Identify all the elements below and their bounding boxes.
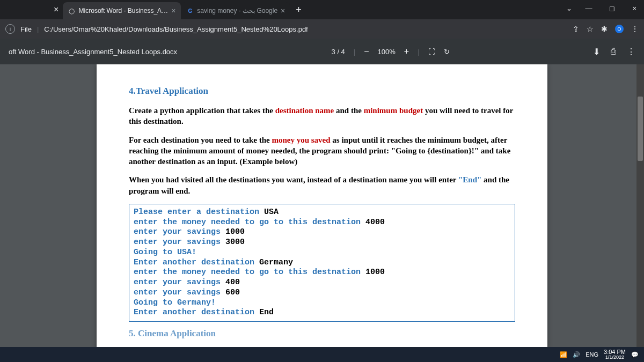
prompt: Enter another destination — [134, 258, 259, 267]
output-line: Going to Germany! — [134, 298, 216, 307]
window-minimize[interactable]: — — [581, 2, 596, 14]
close-icon[interactable]: × — [54, 5, 58, 14]
wifi-icon[interactable]: 📶 — [560, 351, 567, 358]
print-icon[interactable]: ⎙ — [611, 47, 616, 56]
window-close[interactable]: × — [628, 2, 641, 14]
tab-close-icon[interactable]: × — [281, 6, 285, 15]
tab-label: saving money - بحث Google — [197, 7, 277, 14]
language-indicator[interactable]: ENG — [586, 351, 598, 358]
prompt: enter the money needed to go to this des… — [134, 218, 365, 227]
console-output: Please enter a destination USA enter the… — [129, 204, 515, 322]
paragraph: Create a python application that takes t… — [129, 105, 515, 127]
new-tab-button[interactable]: + — [296, 4, 302, 16]
prompt: enter your savings — [134, 238, 225, 247]
zoom-in-button[interactable]: + — [404, 47, 409, 56]
text: When you had visited all the destination… — [129, 175, 458, 184]
url-scheme: File — [20, 25, 32, 33]
prompt: enter your savings — [134, 288, 225, 297]
input-value: 4000 — [365, 218, 385, 227]
menu-icon[interactable]: ⋮ — [631, 25, 639, 33]
scrollbar[interactable] — [636, 64, 644, 362]
page-indicator[interactable]: 3 / 4 — [332, 48, 345, 56]
google-icon: G — [186, 7, 194, 14]
input-value: End — [259, 308, 274, 317]
section-heading: 4.Travel Application — [129, 86, 515, 97]
more-icon[interactable]: ⋮ — [627, 47, 635, 57]
chrome-pdf-icon: ◯ — [68, 7, 75, 14]
prompt: Please enter a destination — [134, 208, 264, 217]
prompt: enter your savings — [134, 278, 225, 287]
profile-badge[interactable]: O — [615, 25, 624, 33]
tab-google-search[interactable]: G saving money - بحث Google × — [181, 2, 290, 19]
input-value: 1000 — [365, 268, 385, 277]
input-value: Germany — [259, 258, 293, 267]
tab-strip: × ◯ Microsoft Word - Business_Assig × G … — [0, 0, 644, 19]
prompt: enter the money needed to go to this des… — [134, 268, 365, 277]
zoom-level: 100% — [378, 48, 396, 56]
notifications-icon[interactable]: 💬 — [631, 351, 639, 358]
highlight-text: money you saved — [272, 136, 332, 144]
url-path[interactable]: C:/Users/Omar%20Khaled/Downloads/Busines… — [44, 25, 567, 33]
clock-date: 1/1/2022 — [604, 355, 626, 360]
share-icon[interactable]: ⇪ — [573, 25, 579, 33]
output-line: Going to USA! — [134, 248, 196, 257]
pdf-document-title: oft Word - Business_Assignment5_Nested L… — [9, 48, 188, 56]
bookmark-star-icon[interactable]: ☆ — [587, 25, 594, 33]
section-heading: 5. Cinema Application — [129, 328, 515, 339]
input-value: 1000 — [225, 227, 245, 237]
tab-close-icon[interactable]: × — [171, 6, 175, 15]
text: For each destination you need to take th… — [129, 136, 272, 144]
input-value: 400 — [225, 278, 240, 287]
site-info-icon[interactable]: i — [5, 24, 15, 34]
pdf-viewer: 4.Travel Application Create a python app… — [0, 64, 644, 362]
fit-page-icon[interactable]: ⛶ — [428, 48, 435, 56]
window-chevron-icon[interactable]: ⌄ — [566, 4, 572, 12]
pdf-page: 4.Travel Application Create a python app… — [97, 64, 547, 362]
sound-icon[interactable]: 🔊 — [573, 351, 580, 358]
input-value: 600 — [225, 288, 240, 297]
highlight-text: destination name — [275, 106, 336, 115]
paragraph: When you had visited all the destination… — [129, 174, 515, 196]
download-icon[interactable]: ⬇ — [593, 47, 600, 57]
window-maximize[interactable]: ◻ — [605, 2, 619, 14]
pdf-toolbar: oft Word - Business_Assignment5_Nested L… — [0, 39, 644, 64]
input-value: USA — [264, 208, 279, 217]
text: Create a python application that takes t… — [129, 106, 275, 115]
tab-label: Microsoft Word - Business_Assig — [79, 7, 169, 14]
paragraph: For each destination you need to take th… — [129, 135, 515, 167]
taskbar: 📶 🔊 ENG 3:04 PM 1/1/2022 💬 — [0, 347, 644, 362]
text: and the — [336, 106, 364, 115]
url-separator: | — [37, 25, 39, 33]
prompt: Enter another destination — [134, 308, 259, 317]
address-bar: i File | C:/Users/Omar%20Khaled/Download… — [0, 19, 644, 39]
highlight-text: minimum budget — [364, 106, 425, 115]
extensions-icon[interactable]: ✱ — [601, 25, 608, 33]
zoom-out-button[interactable]: − — [364, 47, 369, 56]
highlight-text: "End" — [458, 175, 484, 184]
rotate-icon[interactable]: ↻ — [444, 48, 450, 56]
tab-word-pdf[interactable]: ◯ Microsoft Word - Business_Assig × — [63, 2, 181, 19]
scroll-thumb[interactable] — [638, 97, 643, 161]
input-value: 3000 — [225, 238, 245, 247]
prompt: enter your savings — [134, 227, 225, 237]
